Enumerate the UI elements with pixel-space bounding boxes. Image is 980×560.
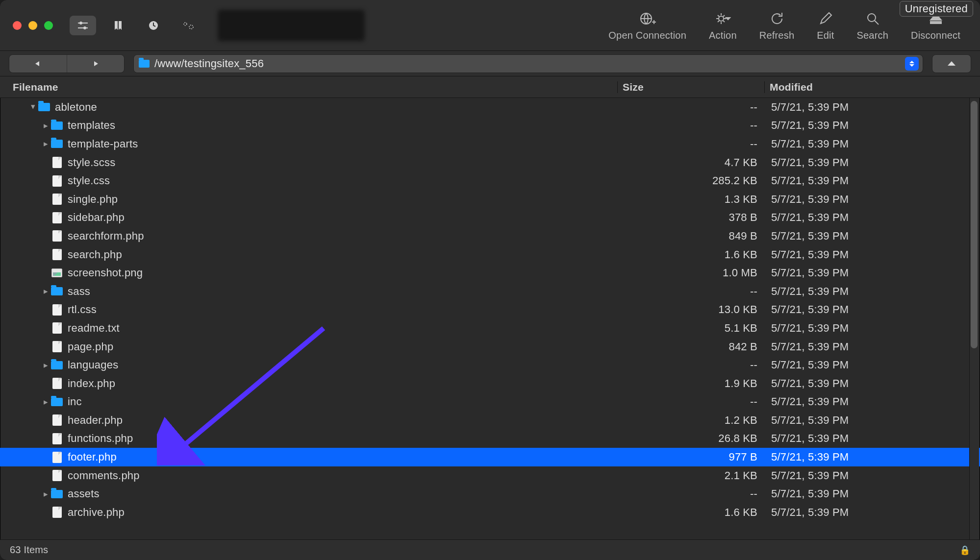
- close-window-button[interactable]: [13, 21, 22, 30]
- file-row[interactable]: readme.txt5.1 KB5/7/21, 5:39 PM: [0, 319, 980, 338]
- disclosure-triangle[interactable]: ▸: [42, 139, 50, 149]
- disclosure-triangle[interactable]: ▸: [42, 286, 50, 296]
- folder-icon: [51, 398, 63, 406]
- file-icon: [52, 341, 62, 352]
- folder-icon: [51, 287, 63, 295]
- go-up-button[interactable]: [932, 54, 971, 73]
- svg-point-2: [79, 22, 82, 24]
- column-modified[interactable]: Modified: [764, 81, 980, 93]
- file-row[interactable]: single.php1.3 KB5/7/21, 5:39 PM: [0, 190, 980, 209]
- file-row[interactable]: ▸inc--5/7/21, 5:39 PM: [0, 393, 980, 412]
- file-row[interactable]: ▸assets--5/7/21, 5:39 PM: [0, 485, 980, 503]
- refresh-label: Refresh: [759, 30, 794, 41]
- file-modified-label: 5/7/21, 5:39 PM: [764, 230, 980, 243]
- nav-back-button[interactable]: [9, 55, 67, 73]
- file-size-label: 1.3 KB: [617, 193, 764, 206]
- file-row[interactable]: style.css285.2 KB5/7/21, 5:39 PM: [0, 171, 980, 190]
- lock-icon: 🔒: [959, 545, 970, 556]
- file-row[interactable]: screenshot.png1.0 MB5/7/21, 5:39 PM: [0, 264, 980, 282]
- file-row[interactable]: ▸languages--5/7/21, 5:39 PM: [0, 356, 980, 374]
- file-modified-label: 5/7/21, 5:39 PM: [764, 322, 980, 335]
- file-size-label: 5.1 KB: [617, 322, 764, 335]
- file-size-label: 4.7 KB: [617, 156, 764, 169]
- file-row[interactable]: style.scss4.7 KB5/7/21, 5:39 PM: [0, 153, 980, 172]
- file-name-label: template-parts: [68, 138, 138, 150]
- file-row[interactable]: ▾abletone--5/7/21, 5:39 PM: [0, 98, 980, 117]
- file-name-label: single.php: [68, 193, 118, 206]
- file-row[interactable]: footer.php977 B5/7/21, 5:39 PM: [0, 448, 980, 466]
- file-row[interactable]: functions.php26.8 KB5/7/21, 5:39 PM: [0, 430, 980, 448]
- file-row[interactable]: ▸sass--5/7/21, 5:39 PM: [0, 282, 980, 301]
- nav-forward-button[interactable]: [67, 55, 125, 73]
- file-icon: [52, 322, 62, 334]
- file-row[interactable]: searchform.php849 B5/7/21, 5:39 PM: [0, 227, 980, 245]
- column-header: Filename Size Modified: [0, 76, 980, 98]
- file-modified-label: 5/7/21, 5:39 PM: [764, 359, 980, 371]
- action-button[interactable]: Action: [709, 9, 737, 41]
- file-size-label: 26.8 KB: [617, 432, 764, 445]
- bookmarks-button[interactable]: [105, 16, 131, 35]
- image-icon: [51, 268, 62, 277]
- file-size-label: 842 B: [617, 341, 764, 353]
- open-connection-button[interactable]: Open Connection: [608, 9, 686, 41]
- zoom-window-button[interactable]: [44, 21, 53, 30]
- file-list[interactable]: ▾abletone--5/7/21, 5:39 PM▸templates--5/…: [0, 98, 980, 539]
- file-name-label: assets: [68, 487, 100, 500]
- file-modified-label: 5/7/21, 5:39 PM: [764, 174, 980, 187]
- gear-icon: [714, 11, 731, 26]
- file-name-label: footer.php: [68, 451, 117, 463]
- scrollbar-thumb[interactable]: [971, 101, 978, 348]
- disclosure-triangle[interactable]: ▾: [29, 101, 37, 112]
- file-row[interactable]: ▸template-parts--5/7/21, 5:39 PM: [0, 135, 980, 153]
- file-modified-label: 5/7/21, 5:39 PM: [764, 248, 980, 261]
- disclosure-triangle[interactable]: ▸: [42, 397, 50, 407]
- column-filename[interactable]: Filename: [0, 81, 617, 93]
- file-modified-label: 5/7/21, 5:39 PM: [764, 395, 980, 408]
- file-size-label: 1.2 KB: [617, 414, 764, 427]
- file-row[interactable]: comments.php2.1 KB5/7/21, 5:39 PM: [0, 466, 980, 485]
- triangle-left-icon: [34, 60, 41, 67]
- nav-history-buttons: [9, 54, 125, 73]
- path-bar: /www/testingsitex_556: [0, 51, 980, 76]
- file-row[interactable]: rtl.css13.0 KB5/7/21, 5:39 PM: [0, 301, 980, 319]
- file-row[interactable]: index.php1.9 KB5/7/21, 5:39 PM: [0, 374, 980, 393]
- open-connection-label: Open Connection: [608, 30, 686, 41]
- file-modified-label: 5/7/21, 5:39 PM: [764, 138, 980, 150]
- minimize-window-button[interactable]: [28, 21, 37, 30]
- app-window: Unregistered: [0, 0, 980, 560]
- folder-icon: [51, 361, 63, 369]
- disclosure-triangle[interactable]: ▸: [42, 489, 50, 499]
- file-row[interactable]: search.php1.6 KB5/7/21, 5:39 PM: [0, 245, 980, 264]
- file-row[interactable]: ▸templates--5/7/21, 5:39 PM: [0, 117, 980, 135]
- search-label: Search: [856, 30, 888, 41]
- disclosure-triangle[interactable]: ▸: [42, 121, 50, 131]
- column-size[interactable]: Size: [617, 81, 764, 93]
- file-name-label: index.php: [68, 377, 115, 390]
- disclosure-triangle[interactable]: ▸: [42, 360, 50, 370]
- status-item-count: 63 Items: [10, 544, 48, 556]
- search-button[interactable]: Search: [856, 9, 888, 41]
- folder-icon: [38, 103, 50, 111]
- file-icon: [52, 157, 62, 168]
- file-row[interactable]: header.php1.2 KB5/7/21, 5:39 PM: [0, 411, 980, 430]
- file-icon: [52, 194, 62, 205]
- file-row[interactable]: page.php842 B5/7/21, 5:39 PM: [0, 338, 980, 356]
- refresh-button[interactable]: Refresh: [759, 9, 794, 41]
- file-row[interactable]: sidebar.php378 B5/7/21, 5:39 PM: [0, 209, 980, 227]
- window-controls: [13, 21, 53, 30]
- scrollbar-track[interactable]: [969, 98, 979, 539]
- edit-button[interactable]: Edit: [817, 9, 834, 41]
- file-size-label: 1.9 KB: [617, 377, 764, 390]
- svg-rect-13: [930, 22, 941, 24]
- bonjour-button[interactable]: [176, 16, 202, 35]
- history-button[interactable]: [140, 16, 167, 35]
- file-icon: [52, 470, 62, 481]
- file-row[interactable]: archive.php1.6 KB5/7/21, 5:39 PM: [0, 503, 980, 522]
- path-stepper[interactable]: [905, 57, 919, 71]
- file-modified-label: 5/7/21, 5:39 PM: [764, 377, 980, 390]
- toggle-sidebar-button[interactable]: [70, 16, 96, 35]
- svg-point-11: [868, 14, 876, 22]
- path-field[interactable]: /www/testingsitex_556: [133, 54, 923, 73]
- refresh-icon: [770, 11, 784, 26]
- file-size-label: --: [617, 285, 764, 298]
